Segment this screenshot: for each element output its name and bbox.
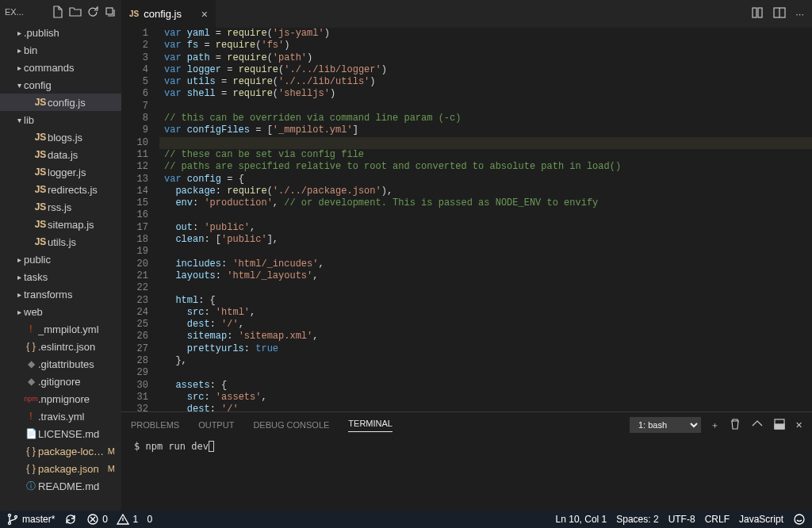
encoding[interactable]: UTF-8 bbox=[668, 514, 695, 525]
refresh-icon[interactable] bbox=[86, 6, 99, 18]
tab-label: config.js bbox=[144, 8, 182, 20]
file-package-json[interactable]: { }package.jsonM bbox=[0, 460, 121, 477]
editor-panel: JS config.js × ··· 123456789101112131415… bbox=[121, 0, 812, 511]
svg-rect-0 bbox=[106, 8, 113, 14]
new-folder-icon[interactable] bbox=[69, 6, 82, 18]
explorer-title: EX... bbox=[5, 7, 47, 17]
file--gitignore[interactable]: ◆.gitignore bbox=[0, 373, 121, 390]
explorer-sidebar: EX... ▸.publish▸bin▸commands▾configJScon… bbox=[0, 0, 121, 511]
file--npmignore[interactable]: npm.npmignore bbox=[0, 390, 121, 407]
svg-rect-1 bbox=[753, 8, 756, 17]
feedback-icon[interactable] bbox=[793, 513, 806, 526]
file-config-js[interactable]: JSconfig.js bbox=[0, 94, 121, 111]
terminal[interactable]: $ npm run dev bbox=[121, 438, 812, 511]
svg-point-8 bbox=[15, 516, 17, 518]
tab-output[interactable]: OUTPUT bbox=[198, 420, 234, 430]
more-icon[interactable]: ··· bbox=[795, 8, 804, 20]
folder--publish[interactable]: ▸.publish bbox=[0, 24, 121, 41]
terminal-cursor bbox=[209, 441, 214, 452]
svg-point-7 bbox=[9, 522, 11, 525]
file-utils-js[interactable]: JSutils.js bbox=[0, 233, 121, 251]
file-data-js[interactable]: JSdata.js bbox=[0, 146, 121, 163]
move-panel-icon[interactable] bbox=[773, 418, 786, 432]
file--travis-yml[interactable]: !.travis.yml bbox=[0, 407, 121, 425]
tab-config-js[interactable]: JS config.js × bbox=[121, 0, 216, 28]
bottom-panel: PROBLEMS OUTPUT DEBUG CONSOLE TERMINAL 1… bbox=[121, 411, 812, 511]
eol[interactable]: CRLF bbox=[705, 514, 730, 525]
new-file-icon[interactable] bbox=[52, 6, 64, 18]
new-terminal-icon[interactable]: ＋ bbox=[710, 419, 719, 431]
file-package-lock-json[interactable]: { }package-lock.jsonM bbox=[0, 442, 121, 460]
file-tree: ▸.publish▸bin▸commands▾configJSconfig.js… bbox=[0, 24, 121, 511]
folder-commands[interactable]: ▸commands bbox=[0, 59, 121, 76]
file-rss-js[interactable]: JSrss.js bbox=[0, 198, 121, 216]
folder-tasks[interactable]: ▸tasks bbox=[0, 268, 121, 285]
explorer-header: EX... bbox=[0, 0, 121, 24]
file--eslintrc-json[interactable]: { }.eslintrc.json bbox=[0, 338, 121, 355]
svg-rect-5 bbox=[775, 424, 784, 429]
terminal-prompt: $ bbox=[134, 441, 145, 452]
folder-public[interactable]: ▸public bbox=[0, 251, 121, 268]
kill-terminal-icon[interactable] bbox=[729, 418, 741, 432]
problems-count[interactable]: 0 1 0 bbox=[86, 513, 152, 526]
file-blogs-js[interactable]: JSblogs.js bbox=[0, 128, 121, 146]
file-license-md[interactable]: 📄LICENSE.md bbox=[0, 425, 121, 442]
status-bar: master* 0 1 0 Ln 10, Col 1 Spaces: 2 UTF… bbox=[0, 511, 812, 528]
folder-web[interactable]: ▸web bbox=[0, 303, 121, 320]
folder-transforms[interactable]: ▸transforms bbox=[0, 285, 121, 303]
cursor-position[interactable]: Ln 10, Col 1 bbox=[556, 514, 607, 525]
svg-point-10 bbox=[795, 515, 804, 524]
svg-point-6 bbox=[9, 515, 11, 517]
terminal-select[interactable]: 1: bash bbox=[630, 417, 701, 433]
file--gitattributes[interactable]: ◆.gitattributes bbox=[0, 355, 121, 373]
language-mode[interactable]: JavaScript bbox=[739, 514, 783, 525]
code-editor[interactable]: 1234567891011121314151617181920212223242… bbox=[121, 28, 812, 411]
collapse-all-icon[interactable] bbox=[104, 6, 117, 18]
tab-debug-console[interactable]: DEBUG CONSOLE bbox=[253, 420, 329, 430]
terminal-command: npm run dev bbox=[145, 441, 208, 452]
indentation[interactable]: Spaces: 2 bbox=[616, 514, 658, 525]
tab-problems[interactable]: PROBLEMS bbox=[131, 420, 179, 430]
file-redirects-js[interactable]: JSredirects.js bbox=[0, 181, 121, 198]
file-readme-md[interactable]: ⓘREADME.md bbox=[0, 477, 121, 495]
folder-config[interactable]: ▾config bbox=[0, 76, 121, 94]
git-branch[interactable]: master* bbox=[6, 513, 55, 526]
panel-tabs: PROBLEMS OUTPUT DEBUG CONSOLE TERMINAL 1… bbox=[121, 412, 812, 438]
split-editor-icon[interactable] bbox=[773, 6, 786, 21]
code-content[interactable]: var yaml = require('js-yaml')var fs = re… bbox=[159, 28, 812, 411]
editor-tabs: JS config.js × ··· bbox=[121, 0, 812, 28]
svg-rect-2 bbox=[758, 8, 762, 17]
folder-bin[interactable]: ▸bin bbox=[0, 41, 121, 59]
close-icon[interactable]: × bbox=[201, 8, 208, 21]
folder-lib[interactable]: ▾lib bbox=[0, 111, 121, 128]
compare-changes-icon[interactable] bbox=[751, 6, 764, 21]
file-sitemap-js[interactable]: JSsitemap.js bbox=[0, 216, 121, 233]
git-sync[interactable] bbox=[64, 513, 77, 526]
file--mmpilot-yml[interactable]: !_mmpilot.yml bbox=[0, 320, 121, 338]
line-gutter: 1234567891011121314151617181920212223242… bbox=[121, 28, 159, 411]
file-logger-js[interactable]: JSlogger.js bbox=[0, 163, 121, 181]
tab-terminal[interactable]: TERMINAL bbox=[348, 419, 393, 432]
close-panel-icon[interactable]: ✕ bbox=[795, 420, 802, 430]
editor-actions: ··· bbox=[743, 0, 812, 28]
maximize-panel-icon[interactable] bbox=[751, 418, 764, 432]
js-icon: JS bbox=[129, 10, 139, 18]
